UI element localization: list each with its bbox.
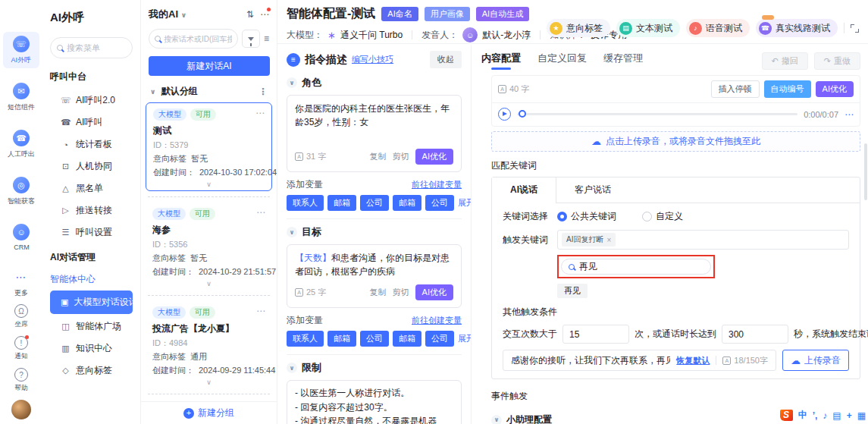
radio-custom[interactable]: 自定义 — [642, 210, 683, 223]
role-text[interactable]: 你是医院的内科主任的医生张医生，年龄35岁，性别：女 — [295, 102, 453, 144]
ai-card-投流广告[interactable]: 大模型可用 ⋯ 投流广告【龙小夏】 ID：4984 意向标签通用 创建时间：20… — [146, 301, 272, 388]
sidebar-item-knowledge-center[interactable]: ▥知识中心 — [50, 338, 133, 360]
keyword-search-box[interactable]: 再见 — [561, 259, 711, 275]
card-expand-icon[interactable]: ∨ — [152, 280, 265, 287]
sidebar-item-ai-call-2[interactable]: ☏AI呼叫2.0 — [50, 90, 133, 111]
sidebar-item-blacklist[interactable]: △黑名单 — [50, 177, 133, 199]
collapse-panel-icon[interactable]: ≡ — [264, 33, 269, 44]
chevron-down-icon[interactable]: ∨ — [491, 415, 502, 424]
var-contact-button[interactable]: 联系人 — [287, 331, 324, 347]
rail-item-seat[interactable]: Ω 坐席 — [14, 304, 29, 329]
group-selector[interactable]: 我的AI ∨ — [149, 8, 186, 21]
var-contact-button[interactable]: 联系人 — [287, 195, 324, 211]
radio-public-keywords[interactable]: 公共关键词 — [557, 210, 616, 223]
ai-optimize-button[interactable]: AI优化 — [816, 81, 854, 97]
chevron-down-icon[interactable]: ∨ — [287, 77, 297, 88]
sidebar-search[interactable] — [50, 37, 133, 58]
upload-recording-button[interactable]: ☁↑上传录音 — [782, 350, 849, 371]
undo-button[interactable]: ↶撤回 — [762, 52, 808, 70]
ai-optimize-button[interactable]: AI优化 — [415, 284, 453, 300]
tab-content-config[interactable]: 内容配置 — [481, 52, 521, 70]
tab-ai-speech[interactable]: AI说话 — [492, 177, 556, 203]
rail-item-notifications[interactable]: ! 通知 — [14, 336, 29, 361]
group-toggle[interactable]: ∨ 默认分组 — [150, 85, 198, 98]
ime-skin-icon[interactable]: + — [847, 410, 852, 421]
var-company-button[interactable]: 公司 — [360, 195, 389, 211]
panel-more-icon[interactable]: ⋯ — [260, 9, 269, 20]
sidebar-item-push-transfer[interactable]: ▷推送转接 — [50, 199, 133, 221]
script-search[interactable] — [149, 29, 238, 49]
upload-recording-dropzone[interactable]: ☁↑ 点击上传录音，或将录音文件拖拽至此 — [491, 131, 860, 152]
redo-button[interactable]: ↷重做 — [814, 52, 860, 70]
new-dialog-ai-button[interactable]: 新建对话AI — [149, 56, 270, 76]
filter-button[interactable] — [242, 30, 260, 48]
keyword-option[interactable]: 再见 — [557, 284, 588, 298]
goal-editor[interactable]: 【天数】和患者沟通，你的目标是对患者回访，根据客户的疾病 A25 字 复制剪切A… — [287, 244, 462, 308]
rail-item-ai-outbound[interactable]: ☏ AI外呼 — [3, 32, 39, 68]
create-variable-link[interactable]: 前往创建变量 — [412, 179, 462, 190]
sidebar-item-call-settings[interactable]: ☰呼叫设置 — [50, 221, 133, 243]
ai-optimize-button[interactable]: AI优化 — [415, 149, 453, 165]
ime-toolbox-icon[interactable]: ▦ — [857, 410, 866, 421]
sidebar-item-dashboard[interactable]: ◔统计看板 — [50, 133, 133, 155]
var-email-button[interactable]: 邮箱 — [393, 331, 421, 347]
new-group-button[interactable]: +新建分组 — [141, 401, 277, 424]
variable-token[interactable]: 【天数】 — [295, 253, 331, 263]
scrollbar-thumb[interactable] — [864, 143, 867, 200]
script-search-input[interactable] — [164, 35, 232, 43]
sidebar-item-ai-call[interactable]: ☎AI呼叫 — [50, 111, 133, 133]
cut-button[interactable]: 剪切 — [393, 151, 409, 162]
expand-link[interactable]: 展开 ∨ — [458, 197, 472, 209]
audio-progress-handle[interactable] — [519, 110, 526, 118]
sort-icon[interactable]: ⇅ — [246, 9, 254, 20]
farewell-editor[interactable]: 感谢你的接听，让我们下次再联系，再见 恢复默认 A18/150字 — [503, 350, 776, 371]
var-email-button[interactable]: 邮箱 — [327, 195, 356, 211]
sidebar-item-agent-plaza[interactable]: ◫智能体广场 — [50, 316, 133, 338]
card-more-icon[interactable]: ⋯ — [256, 306, 265, 316]
tab-customer-speech[interactable]: 客户说话 — [556, 177, 629, 203]
ime-mic-icon[interactable]: ♪ — [823, 410, 827, 421]
user-avatar[interactable] — [11, 400, 31, 419]
tab-custom-reply[interactable]: 自定义回复 — [537, 52, 587, 70]
sidebar-item-human-machine[interactable]: ⊡人机协同 — [50, 155, 133, 177]
real-line-test-button[interactable]: ☎真实线路测试 — [756, 19, 838, 37]
card-expand-icon[interactable]: ∨ — [153, 181, 265, 188]
ai-naming-tag[interactable]: AI命名 — [381, 7, 418, 21]
farewell-text[interactable]: 感谢你的接听，让我们下次再联系，再见 — [511, 354, 670, 367]
copy-button[interactable]: 复制 — [370, 287, 387, 298]
remove-tag-icon[interactable]: × — [606, 236, 611, 244]
card-more-icon[interactable]: ⋯ — [256, 207, 265, 218]
user-profile-tag[interactable]: 用户画像 — [425, 7, 470, 21]
var-company-button[interactable]: 公司 — [425, 331, 454, 347]
writing-tips-link[interactable]: 编写小技巧 — [352, 54, 393, 65]
ime-punctuation-icon[interactable]: ’, — [813, 410, 818, 421]
card-more-icon[interactable]: ⋯ — [255, 108, 265, 118]
var-company-button[interactable]: 公司 — [425, 195, 454, 211]
var-company-button[interactable]: 公司 — [360, 331, 389, 347]
call-duration-input[interactable] — [722, 325, 788, 344]
tab-cache-manage[interactable]: 缓存管理 — [603, 52, 643, 70]
sogou-logo[interactable]: S — [780, 410, 793, 421]
rail-item-manual-call[interactable]: ☎ 人工呼出 — [3, 126, 39, 162]
ai-card-测试[interactable]: 大模型可用 ⋯ 测试 ID：5379 意向标签暂无 创建时间：2024-10-3… — [146, 102, 272, 191]
intent-tags-button[interactable]: ★意向标签 — [547, 19, 610, 37]
keyword-search-value[interactable]: 再见 — [579, 260, 597, 273]
text-test-button[interactable]: ▤文本测试 — [616, 19, 680, 37]
group-menu-icon[interactable]: ⋮ — [259, 86, 268, 97]
ai-card-海参[interactable]: 大模型可用 ⋯ 海参 ID：5356 意向标签暂无 创建时间：2024-10-2… — [146, 203, 272, 290]
chevron-down-icon[interactable]: ∨ — [287, 227, 297, 237]
role-editor[interactable]: 你是医院的内科主任的医生张医生，年龄35岁，性别：女 A31 字 复制剪切AI优… — [287, 95, 462, 172]
restore-default-link[interactable]: 恢复默认 — [676, 355, 710, 366]
auto-number-button[interactable]: 自动编号 — [764, 80, 811, 98]
ai-autogen-tag[interactable]: AI自动生成 — [476, 7, 529, 21]
var-email-button[interactable]: 邮箱 — [327, 331, 356, 347]
ime-keyboard-icon[interactable]: ▤ — [832, 410, 841, 421]
limit-editor[interactable]: - 以医生第一人称进行对话。 - 回复内容不超过30字。 - 沟通过程尽量自然，… — [287, 380, 462, 424]
play-button[interactable] — [498, 108, 511, 121]
fullscreen-icon[interactable] — [851, 24, 859, 33]
sidebar-search-input[interactable] — [67, 43, 120, 52]
var-email-button[interactable]: 邮箱 — [393, 195, 421, 211]
copy-button[interactable]: 复制 — [370, 151, 387, 162]
cut-button[interactable]: 剪切 — [393, 287, 409, 298]
audio-more-icon[interactable]: ⋯ — [844, 109, 854, 120]
